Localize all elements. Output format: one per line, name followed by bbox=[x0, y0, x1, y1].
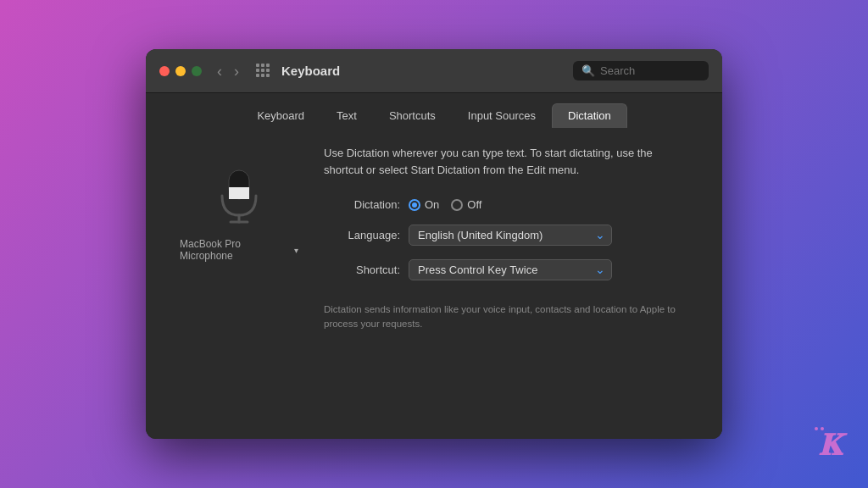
radio-on-btn[interactable] bbox=[409, 199, 420, 211]
right-panel: Use Dictation wherever you can type text… bbox=[324, 145, 688, 422]
chevron-down-icon: ▾ bbox=[294, 246, 298, 255]
tab-dictation[interactable]: Dictation bbox=[552, 103, 627, 128]
title-bar: ‹ › Keyboard 🔍 bbox=[146, 49, 722, 93]
logo-dot-1 bbox=[815, 427, 818, 430]
tab-input-sources[interactable]: Input Sources bbox=[452, 103, 552, 128]
traffic-lights bbox=[159, 66, 202, 76]
forward-button[interactable]: › bbox=[231, 62, 242, 80]
shortcut-row: Shortcut: Press Control Key Twice Press … bbox=[324, 259, 688, 280]
off-label: Off bbox=[467, 198, 481, 211]
microphone-label[interactable]: MacBook Pro Microphone ▾ bbox=[180, 238, 298, 262]
language-row: Language: English (United Kingdom) Engli… bbox=[324, 225, 688, 246]
on-label: On bbox=[425, 198, 439, 211]
shortcut-select-wrapper: Press Control Key Twice Press Fn Key Twi… bbox=[409, 259, 612, 280]
shortcut-label: Shortcut: bbox=[324, 263, 400, 276]
mic-svg bbox=[214, 166, 264, 225]
language-select-wrapper: English (United Kingdom) English (United… bbox=[409, 225, 612, 246]
radio-on[interactable]: On bbox=[409, 198, 439, 211]
tab-keyboard[interactable]: Keyboard bbox=[241, 103, 320, 128]
microphone-icon bbox=[205, 162, 273, 230]
window-title: Keyboard bbox=[281, 64, 573, 78]
dictation-radio-group: On Off bbox=[409, 198, 481, 211]
description-text: Use Dictation wherever you can type text… bbox=[324, 145, 688, 178]
content-area: MacBook Pro Microphone ▾ Use Dictation w… bbox=[146, 128, 722, 439]
left-panel: MacBook Pro Microphone ▾ bbox=[180, 145, 298, 422]
svg-rect-3 bbox=[229, 194, 249, 199]
keyboard-window: ‹ › Keyboard 🔍 Keyboard Text Shortcuts I… bbox=[146, 49, 722, 439]
knowtechie-logo: 𝐊 bbox=[819, 427, 843, 463]
radio-off[interactable]: Off bbox=[451, 198, 481, 211]
tabs-bar: Keyboard Text Shortcuts Input Sources Di… bbox=[146, 93, 722, 128]
mic-name: MacBook Pro Microphone bbox=[180, 238, 291, 262]
footer-text: Dictation sends information like your vo… bbox=[324, 302, 688, 332]
grid-icon[interactable] bbox=[256, 64, 271, 79]
nav-buttons: ‹ › bbox=[214, 62, 242, 80]
tab-text[interactable]: Text bbox=[320, 103, 373, 128]
search-bar[interactable]: 🔍 bbox=[573, 61, 709, 80]
language-select[interactable]: English (United Kingdom) English (United… bbox=[409, 225, 612, 246]
search-icon: 🔍 bbox=[581, 64, 595, 77]
radio-on-inner bbox=[412, 202, 417, 208]
language-label: Language: bbox=[324, 229, 400, 241]
close-button[interactable] bbox=[159, 66, 170, 76]
dictation-row: Dictation: On Off bbox=[324, 198, 688, 211]
minimize-button[interactable] bbox=[175, 66, 186, 76]
back-button[interactable]: ‹ bbox=[214, 62, 225, 80]
fullscreen-button[interactable] bbox=[192, 66, 202, 76]
shortcut-select[interactable]: Press Control Key Twice Press Fn Key Twi… bbox=[409, 259, 612, 280]
radio-off-btn[interactable] bbox=[451, 199, 463, 211]
dictation-label: Dictation: bbox=[324, 198, 400, 211]
search-input[interactable] bbox=[600, 64, 700, 77]
tab-shortcuts[interactable]: Shortcuts bbox=[373, 103, 452, 128]
